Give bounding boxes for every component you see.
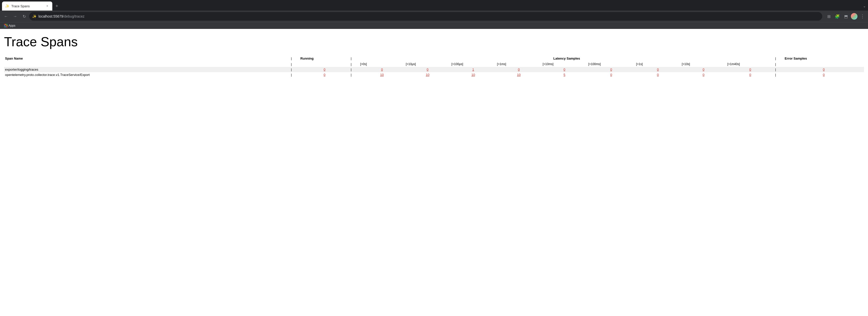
sub-separator-3: |	[774, 61, 784, 67]
toolbar-icons: ⊞ 🧩 ⬒ ⋮	[825, 13, 866, 20]
trace-table: Span Name | Running | Latency Samples | …	[4, 56, 864, 77]
tab-title: Trace Spans	[11, 4, 43, 8]
table-body: exporter/logging/traces|0|001000000|0ope…	[4, 67, 864, 77]
latency-cell-8: 0	[726, 72, 774, 77]
tab-favicon-icon: ✨	[5, 4, 9, 8]
running-cell: 0	[300, 67, 350, 72]
row-separator-3: |	[774, 72, 784, 77]
new-tab-button[interactable]: +	[53, 2, 60, 9]
latency-cell-8: 0	[726, 67, 774, 72]
latency-link-8[interactable]: 0	[749, 68, 751, 71]
table-row: opentelemetry.proto.collector.trace.v1.T…	[4, 72, 864, 77]
extensions-button[interactable]: 🧩	[834, 13, 841, 20]
running-cell: 0	[300, 72, 350, 77]
span-name-cell: opentelemetry.proto.collector.trace.v1.T…	[4, 72, 290, 77]
col-subheader-bucket-2: [>100μs]	[451, 61, 496, 67]
latency-link-3[interactable]: 10	[517, 73, 521, 77]
error-link[interactable]: 0	[823, 73, 825, 77]
col-header-running: Running	[300, 56, 350, 61]
col-subheader-bucket-4: [>10ms]	[541, 61, 587, 67]
bookmark-apps[interactable]: Apps	[2, 23, 17, 28]
latency-cell-1: 10	[405, 72, 451, 77]
col-subheader-error-empty	[783, 61, 864, 67]
row-separator-1: |	[290, 72, 300, 77]
separator-2: |	[350, 56, 359, 61]
latency-cell-2: 10	[451, 72, 496, 77]
latency-link-2[interactable]: 1	[472, 68, 474, 71]
col-subheader-bucket-8: [>1m40s]	[726, 61, 774, 67]
table-header-row-1: Span Name | Running | Latency Samples | …	[4, 56, 864, 61]
page-title: Trace Spans	[4, 34, 864, 50]
browser-controls: ← → ↻ ✨ localhost:55679/debug/tracez ⊞ 🧩…	[0, 10, 868, 22]
row-separator-1: |	[290, 67, 300, 72]
address-favicon-icon: ✨	[32, 14, 36, 18]
latency-cell-5: 0	[587, 67, 635, 72]
separator-3: |	[774, 56, 784, 61]
error-link[interactable]: 0	[823, 68, 825, 71]
latency-link-0[interactable]: 0	[381, 68, 383, 71]
profile-avatar[interactable]	[851, 13, 858, 20]
back-button[interactable]: ←	[2, 12, 10, 20]
latency-cell-4: 5	[541, 72, 587, 77]
latency-cell-3: 0	[496, 67, 541, 72]
col-subheader-bucket-0: [>0s]	[359, 61, 405, 67]
latency-cell-1: 0	[405, 67, 451, 72]
apps-grid-icon	[4, 24, 7, 27]
row-separator-2: |	[350, 72, 359, 77]
col-header-error-samples: Error Samples	[783, 56, 864, 61]
error-cell: 0	[783, 72, 864, 77]
latency-link-6[interactable]: 0	[657, 73, 659, 77]
running-link[interactable]: 0	[323, 73, 326, 77]
latency-cell-6: 0	[635, 67, 681, 72]
address-port: :55679	[52, 14, 63, 18]
latency-link-1[interactable]: 10	[426, 73, 429, 77]
latency-link-8[interactable]: 0	[749, 73, 751, 77]
address-bar[interactable]: ✨ localhost:55679/debug/tracez	[29, 12, 822, 21]
latency-cell-7: 0	[681, 72, 726, 77]
browser-chrome: ✨ Trace Spans × + ⌄ ← → ↻ ✨ localhost:55…	[0, 0, 868, 29]
active-tab[interactable]: ✨ Trace Spans ×	[2, 1, 52, 10]
latency-cell-5: 0	[587, 72, 635, 77]
address-path: /debug/tracez	[63, 14, 85, 18]
table-header-row-2: | | [>0s] [>10μs] [>100μs] [>1ms] [>10ms…	[4, 61, 864, 67]
latency-link-2[interactable]: 10	[471, 73, 475, 77]
col-subheader-bucket-5: [>100ms]	[587, 61, 635, 67]
latency-link-3[interactable]: 0	[518, 68, 520, 71]
latency-link-6[interactable]: 0	[657, 68, 659, 71]
latency-cell-4: 0	[541, 67, 587, 72]
sidebar-button[interactable]: ⬒	[842, 13, 849, 20]
tab-strip-menu-button[interactable]: ⌄	[863, 4, 866, 8]
latency-cell-2: 1	[451, 67, 496, 72]
col-subheader-bucket-6: [>1s]	[635, 61, 681, 67]
page-content: Trace Spans Span Name | Running | Latenc…	[0, 29, 868, 316]
span-name-cell: exporter/logging/traces	[4, 67, 290, 72]
latency-link-1[interactable]: 0	[427, 68, 429, 71]
col-subheader-running-empty	[300, 61, 350, 67]
col-subheader-span-name-empty	[4, 61, 290, 67]
latency-cell-0: 0	[359, 67, 405, 72]
latency-cell-0: 10	[359, 72, 405, 77]
latency-link-7[interactable]: 0	[703, 68, 704, 71]
latency-cell-6: 0	[635, 72, 681, 77]
sub-separator-2: |	[350, 61, 359, 67]
latency-link-5[interactable]: 0	[610, 68, 612, 71]
separator-1: |	[290, 56, 300, 61]
refresh-button[interactable]: ↻	[20, 12, 28, 20]
extension1-button[interactable]: ⊞	[825, 13, 832, 20]
latency-link-4[interactable]: 0	[563, 68, 565, 71]
forward-button[interactable]: →	[11, 12, 19, 20]
running-link[interactable]: 0	[323, 68, 326, 71]
latency-cell-7: 0	[681, 67, 726, 72]
col-subheader-bucket-1: [>10μs]	[405, 61, 451, 67]
latency-link-0[interactable]: 10	[380, 73, 384, 77]
row-separator-2: |	[350, 67, 359, 72]
more-options-button[interactable]: ⋮	[859, 13, 866, 20]
latency-link-5[interactable]: 0	[610, 73, 612, 77]
col-subheader-bucket-3: [>1ms]	[496, 61, 541, 67]
latency-link-7[interactable]: 0	[703, 73, 704, 77]
latency-cell-3: 10	[496, 72, 541, 77]
tab-close-button[interactable]: ×	[45, 4, 49, 8]
address-text: localhost:55679/debug/tracez	[38, 14, 819, 18]
table-row: exporter/logging/traces|0|001000000|0	[4, 67, 864, 72]
latency-link-4[interactable]: 5	[563, 73, 565, 77]
